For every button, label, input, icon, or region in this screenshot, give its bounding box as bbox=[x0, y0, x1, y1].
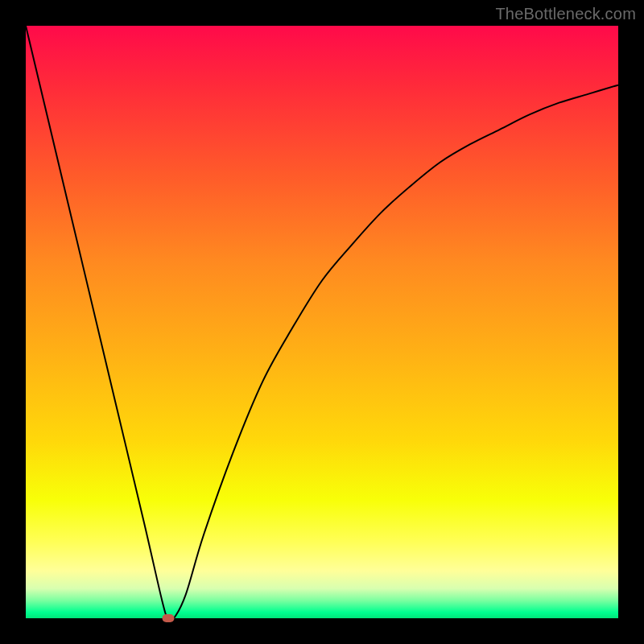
optimal-marker bbox=[162, 614, 174, 622]
chart-frame: TheBottleneck.com bbox=[0, 0, 644, 644]
plot-area bbox=[26, 26, 618, 618]
watermark-text: TheBottleneck.com bbox=[495, 5, 636, 23]
bottleneck-curve bbox=[26, 26, 618, 618]
curve-path bbox=[26, 26, 618, 618]
